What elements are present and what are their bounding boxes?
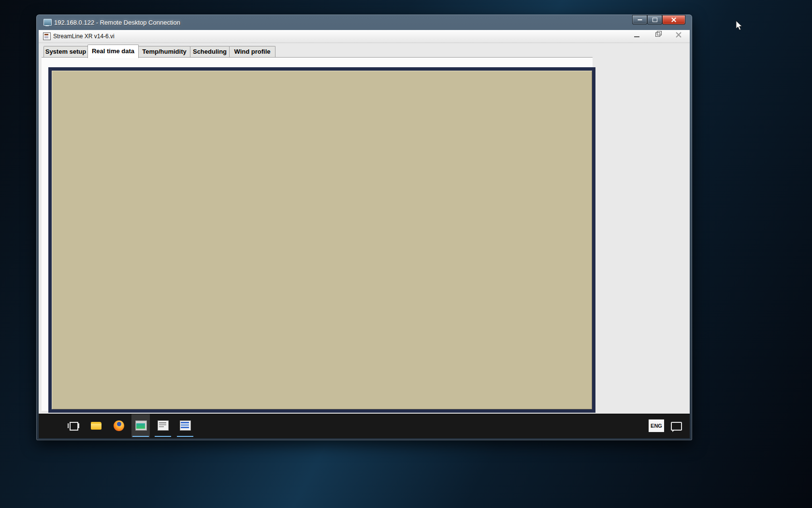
rdp-window-title: 192.168.0.122 - Remote Desktop Connectio… xyxy=(54,19,180,26)
app-restore-button[interactable] xyxy=(655,32,660,37)
scan-scheduler-icon xyxy=(159,424,166,425)
task-view-icon xyxy=(70,422,78,431)
language-indicator[interactable]: ENG xyxy=(649,419,664,432)
app-window-icon xyxy=(136,423,145,429)
task-view-icon xyxy=(78,423,79,428)
app-close-button[interactable] xyxy=(676,32,682,38)
streamline-app-button[interactable] xyxy=(131,414,150,437)
task-view-icon xyxy=(68,423,69,428)
rdp-minimize-button[interactable] xyxy=(632,15,647,25)
tab-real-time-data[interactable]: Real time data xyxy=(87,45,139,58)
tab-temp-humidity[interactable]: Temp/humidity xyxy=(138,46,190,57)
scan-scheduler-app-button[interactable] xyxy=(154,414,172,437)
tab-wind-profile[interactable]: Wind profile xyxy=(229,46,276,57)
minimize-icon xyxy=(638,19,642,20)
open-app-indicator xyxy=(177,436,193,437)
app-window-title: StreamLine XR v14-6.vi xyxy=(53,33,115,40)
vi-file-icon xyxy=(43,32,51,40)
open-app-indicator xyxy=(132,436,149,437)
maximize-icon xyxy=(652,18,657,22)
schedule-app-icon xyxy=(181,422,189,423)
tab-system-setup[interactable]: System setup xyxy=(44,46,88,57)
firefox-icon xyxy=(117,422,121,426)
schedule-app-icon xyxy=(181,424,189,426)
folder-icon xyxy=(91,424,102,430)
firefox-button[interactable] xyxy=(113,420,125,432)
schedule-app-icon xyxy=(181,427,189,428)
scan-scheduler-icon xyxy=(159,426,164,427)
rdp-icon xyxy=(44,19,52,26)
file-explorer-button[interactable] xyxy=(90,420,102,432)
mouse-cursor xyxy=(736,20,743,31)
task-view-button[interactable] xyxy=(68,420,79,432)
open-app-indicator xyxy=(155,436,171,437)
desktop: 192.168.0.122 - Remote Desktop Connectio… xyxy=(0,0,812,508)
scan-scheduler-icon xyxy=(159,422,166,423)
rdp-maximize-button[interactable] xyxy=(647,15,662,25)
tab-scheduling[interactable]: Scheduling xyxy=(190,46,230,57)
schedule-app-button[interactable] xyxy=(176,414,194,437)
close-icon xyxy=(671,17,676,22)
main-panel xyxy=(48,67,595,413)
app-titlebar xyxy=(39,30,690,43)
notification-bubble-icon[interactable] xyxy=(671,422,682,431)
app-minimize-button[interactable] xyxy=(634,36,639,37)
rdp-close-button[interactable] xyxy=(662,15,685,25)
